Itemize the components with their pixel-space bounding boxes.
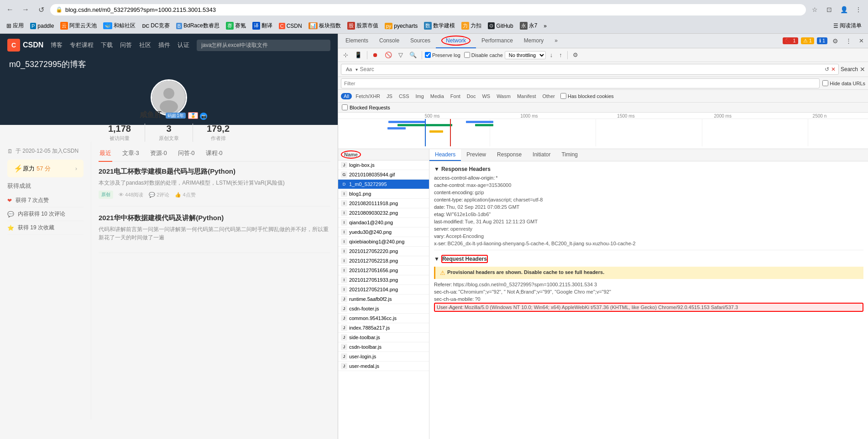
search-text-control[interactable]: Aa ▾ ↺ ✕ (341, 64, 839, 75)
request-headers-section-title[interactable]: ▼ Request Headers (434, 253, 863, 265)
bookmark-github[interactable]: ⊙ GitHub (485, 21, 516, 30)
preserve-log-checkbox[interactable] (425, 52, 431, 58)
camera-icon[interactable]: 📷 (200, 113, 207, 120)
preserve-log-label[interactable]: Preserve log (425, 52, 460, 58)
request-qixie[interactable]: I qixiebiaobing1@240.png (338, 237, 429, 247)
tab-sources[interactable]: Sources (405, 34, 436, 48)
type-js[interactable]: JS (384, 93, 395, 99)
nav-plugin[interactable]: 插件 (158, 41, 170, 49)
tab-network[interactable]: Network (436, 34, 476, 48)
devtools-close-button[interactable]: ✕ (857, 36, 866, 46)
up-arrow-button[interactable]: ↑ (557, 50, 565, 60)
type-ws[interactable]: WS (479, 93, 493, 99)
type-img[interactable]: Img (413, 93, 427, 99)
request-png-0809[interactable]: I 20210809030232.png (338, 208, 429, 218)
font-toggle-aa[interactable]: Aa (344, 66, 354, 73)
more-menu-button[interactable]: ⋮ (852, 4, 864, 15)
tab-more[interactable]: » (549, 34, 563, 48)
response-headers-title[interactable]: ▼ Response Headers (434, 164, 863, 174)
post1-title[interactable]: 2021电工杯数学建模B题代码与思路(Python) (99, 167, 330, 176)
csdn-logo[interactable]: C CSDN (7, 39, 43, 52)
search-input[interactable] (360, 66, 823, 72)
refresh-button[interactable]: ↺ (35, 3, 47, 16)
post2-title[interactable]: 2021华中杯数据建模代码及讲解(Python) (99, 214, 330, 222)
type-all[interactable]: All (341, 93, 352, 99)
blocked-requests-checkbox[interactable] (342, 104, 348, 110)
search-icon-button[interactable]: 🔍 (407, 50, 419, 60)
devtools-settings-button[interactable]: ⚙ (830, 36, 841, 46)
bookmark-translate[interactable]: 译 翻译 (250, 21, 275, 31)
request-csdn-toolbar[interactable]: J csdn-toolbar.js (338, 342, 429, 352)
details-tab-timing[interactable]: Timing (556, 149, 583, 161)
disable-cache-checkbox[interactable] (464, 52, 470, 58)
back-button[interactable]: ← (4, 3, 16, 16)
request-user-medal[interactable]: J user-medal.js (338, 362, 429, 371)
tab-performance[interactable]: Performance (476, 34, 518, 48)
filter-icon-button[interactable]: ▽ (396, 50, 405, 60)
disable-cache-label[interactable]: Disable cache (464, 52, 503, 58)
type-other[interactable]: Other (539, 93, 558, 99)
has-blocked-cookies-label[interactable]: Has blocked cookies (560, 93, 614, 99)
font-toggle-dropdown[interactable]: ▾ (356, 67, 358, 72)
bookmark-stock[interactable]: 股 股票市值 (345, 21, 381, 31)
tab-elements[interactable]: Elements (340, 34, 374, 48)
devtools-more-button[interactable]: ⋮ (843, 36, 854, 46)
has-blocked-cookies-checkbox[interactable] (560, 93, 566, 99)
request-yuedu[interactable]: I yuedu30@240.png (338, 227, 429, 237)
search-refresh-btn[interactable]: ↺ (825, 66, 829, 72)
url-input[interactable] (65, 6, 800, 13)
bookmark-paddle[interactable]: P paddle (27, 22, 57, 30)
bookmark-star-button[interactable]: ☆ (809, 4, 821, 15)
cast-button[interactable]: ⊡ (823, 4, 835, 15)
request-runtime-js[interactable]: J runtime.5aafb0f2.js (338, 294, 429, 304)
tab-courses[interactable]: 课程·0 (205, 146, 224, 162)
tab-console[interactable]: Console (374, 34, 405, 48)
tab-articles[interactable]: 文章·3 (121, 146, 140, 162)
request-index-js[interactable]: J index.7885a217.js (338, 323, 429, 333)
bookmark-math[interactable]: 数 数学建模 (421, 21, 458, 31)
type-fetch-xhr[interactable]: Fetch/XHR (353, 93, 383, 99)
details-tab-headers[interactable]: Headers (429, 149, 461, 161)
tab-resources[interactable]: 资源·0 (149, 146, 168, 162)
request-login-box[interactable]: J login-box.js (338, 160, 429, 170)
request-qiandao[interactable]: I qiandao1@240.png (338, 218, 429, 227)
cursor-tool-button[interactable]: ⊹ (341, 50, 350, 60)
bookmark-more[interactable]: » (541, 22, 549, 30)
request-gif[interactable]: G 20210108035944.gif (338, 170, 429, 180)
csdn-search-bar[interactable]: java怎样从excel中读取文件 (197, 40, 330, 51)
bookmark-leetcode[interactable]: 力 力扣 (459, 21, 484, 31)
tab-qa[interactable]: 问答·0 (177, 146, 196, 162)
bookmark-saikuo[interactable]: 赛 赛氪 (223, 21, 249, 31)
throttle-select[interactable]: No throttling (505, 51, 546, 59)
type-doc[interactable]: Doc (464, 93, 479, 99)
type-css[interactable]: CSS (396, 93, 412, 99)
filter-input[interactable] (341, 78, 820, 88)
request-png-0127-4[interactable]: I 20210127051933.png (338, 275, 429, 285)
request-1m0[interactable]: D 1_m0_53272995 (338, 180, 429, 189)
bookmark-hejing[interactable]: 🐳 和鲸社区 (100, 21, 138, 31)
details-tab-preview[interactable]: Preview (461, 149, 492, 161)
hide-data-urls-label[interactable]: Hide data URLs (822, 80, 865, 86)
reading-list-button[interactable]: ☰ 阅读清单 (831, 21, 864, 31)
type-wasm[interactable]: Wasm (494, 93, 513, 99)
details-tab-response[interactable]: Response (492, 149, 527, 161)
request-png-0127-5[interactable]: I 20210127052104.png (338, 285, 429, 294)
nav-download[interactable]: 下载 (101, 41, 113, 49)
record-button[interactable]: ⏺ (370, 50, 381, 60)
hide-data-urls-checkbox[interactable] (822, 80, 828, 86)
request-png-0127-3[interactable]: I 20210127051656.png (338, 266, 429, 275)
nav-qa[interactable]: 问答 (120, 41, 132, 49)
request-blog1[interactable]: I blog1.png (338, 189, 429, 199)
request-csdn-footer[interactable]: J csdn-footer.js (338, 304, 429, 314)
bookmark-pyecharts[interactable]: py pyecharts (382, 22, 421, 30)
bookmark-board[interactable]: 📊 板块指数 (306, 21, 344, 31)
nav-blog[interactable]: 博客 (51, 41, 63, 49)
forward-button[interactable]: → (19, 3, 32, 16)
request-side-toolbar[interactable]: J side-toolbar.js (338, 333, 429, 342)
bookmark-csdn[interactable]: C CSDN (276, 22, 305, 30)
bookmark-dc[interactable]: DC DC竞赛 (139, 21, 172, 31)
request-common-js[interactable]: J common.954136cc.js (338, 314, 429, 323)
type-media[interactable]: Media (428, 93, 447, 99)
profile-button[interactable]: 👤 (838, 4, 850, 15)
type-font[interactable]: Font (448, 93, 463, 99)
